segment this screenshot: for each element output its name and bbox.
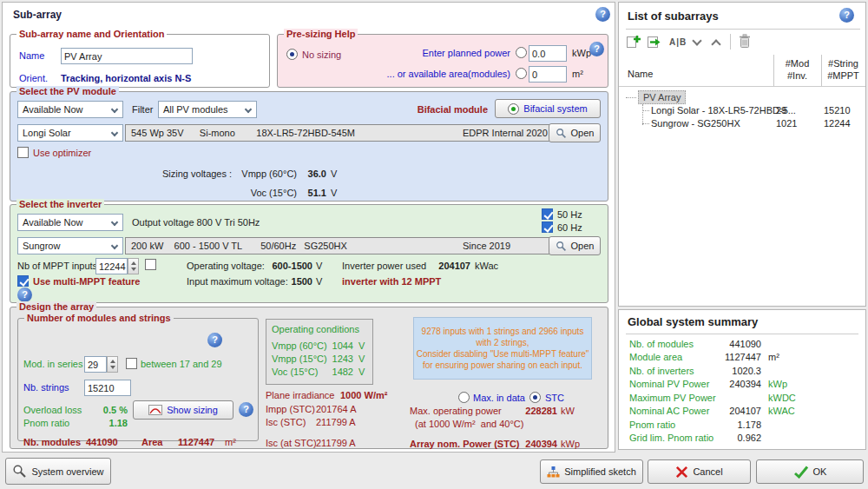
chevron-down-icon: [245, 106, 252, 113]
multi-mppt-checkbox[interactable]: [17, 275, 29, 287]
system-overview-button[interactable]: System overview: [5, 458, 111, 485]
cancel-x-icon: [675, 466, 688, 479]
move-up-icon[interactable]: [711, 39, 720, 49]
pv-module-combo[interactable]: 545 Wp 35V Si-mono 18X-LR5-72HBD-545M ED…: [125, 124, 564, 142]
show-sizing-help-icon[interactable]: ?: [239, 402, 253, 417]
subarray-name-input[interactable]: PV Array: [61, 48, 193, 64]
pv-filter-select[interactable]: All PV modules: [158, 101, 257, 118]
max-operating-power-unit: kW: [561, 406, 575, 416]
subarrays-help-icon[interactable]: ?: [839, 8, 854, 23]
bifacial-system-button[interactable]: Bifacial system: [495, 99, 601, 118]
between-checkbox[interactable]: [126, 358, 137, 369]
ok-button[interactable]: OK: [756, 459, 864, 484]
magnifier-icon: [12, 464, 27, 479]
inverter-open-button[interactable]: Open: [549, 236, 601, 255]
add-subarray-icon[interactable]: [626, 34, 641, 50]
overload-loss-label: Overload loss: [23, 405, 82, 415]
vmpp-label: Vmpp (60°C): [241, 169, 297, 179]
inverter-help-icon[interactable]: ?: [17, 287, 32, 302]
modules-strings-help-icon[interactable]: ?: [207, 333, 222, 347]
warning-line: with 2 strings,: [414, 337, 591, 348]
area-unit: m²: [225, 437, 236, 447]
magnifier-icon: [556, 128, 567, 139]
mod-series-input[interactable]: 29: [84, 356, 107, 373]
op-row-label: Voc (15°C): [272, 367, 318, 377]
presizing-help-icon[interactable]: ?: [589, 42, 604, 56]
col-header-name[interactable]: Name: [628, 69, 653, 79]
use-optimizer-checkbox[interactable]: [17, 147, 29, 158]
nb-modules-value: 441090: [86, 437, 118, 447]
inverter-availability-select[interactable]: Available Now: [17, 214, 123, 231]
move-down-icon[interactable]: [692, 36, 701, 45]
no-sizing-radio[interactable]: [286, 49, 298, 60]
hz60-checkbox[interactable]: [542, 221, 553, 233]
cancel-button[interactable]: Cancel: [648, 459, 751, 484]
inverter-group: Select the inverter Available Now Output…: [10, 204, 608, 303]
inverter-combo[interactable]: 200 kW 600 - 1500 V TL 50/60Hz SG250HX S…: [125, 237, 564, 254]
mppt-checkbox[interactable]: [145, 259, 156, 270]
dialog-title: Sub-array: [13, 9, 62, 21]
summary-label: Nominal PV Power: [629, 379, 709, 389]
planned-power-input[interactable]: 0.0: [529, 45, 567, 62]
presizing-legend: Pre-sizing Help: [284, 29, 358, 39]
impp-stc-label: Impp (STC): [266, 404, 315, 414]
inverter-manufacturer-select[interactable]: Sungrow: [17, 237, 123, 254]
subarray-row-string: 15210: [824, 105, 851, 116]
subarray-row-name[interactable]: Longi Solar - 18X-LR5-72HBD-5...: [651, 105, 796, 116]
max-operating-power-label: Max. operating power: [410, 406, 502, 416]
help-icon[interactable]: ?: [595, 7, 610, 22]
sizing-curve-icon: [148, 405, 162, 415]
max-operating-power-note: (at 1000 W/m² and 40°C): [415, 419, 523, 429]
pv-manufacturer-select[interactable]: Longi Solar: [17, 124, 123, 142]
stc-radio[interactable]: [529, 392, 541, 403]
max-in-data-radio[interactable]: [458, 392, 470, 403]
isc-at-stc-value: 211799 A: [316, 438, 356, 448]
planned-power-label: Enter planned power: [399, 48, 510, 58]
tree-root-item[interactable]: PV Array: [638, 90, 686, 104]
nb-strings-input[interactable]: 15210: [84, 380, 131, 396]
hz50-label: 50 Hz: [557, 209, 582, 220]
mppt-spinner[interactable]: [128, 258, 139, 274]
op-row-value: 1243: [322, 354, 353, 364]
op-row-unit: V: [358, 340, 365, 351]
max-operating-power-value: 228281: [503, 406, 557, 416]
modules-strings-group: Number of modules and strings ? Mod. in …: [17, 318, 259, 441]
summary-unit: kWAC: [768, 406, 795, 416]
hz60-label: 60 Hz: [557, 222, 582, 233]
sizing-voltages-label: Sizing voltages :: [162, 169, 232, 179]
col-header-string[interactable]: #String: [821, 58, 865, 69]
summary-label: Grid lim. Pnom ratio: [629, 433, 713, 443]
planned-power-radio[interactable]: [516, 47, 527, 58]
nb-strings-label: Nb. strings: [23, 382, 69, 393]
summary-value: 441090: [706, 339, 761, 349]
design-array-group: Design the array Number of modules and s…: [10, 307, 608, 449]
mod-series-spinner[interactable]: [107, 356, 118, 373]
rename-icon[interactable]: A|B: [669, 37, 687, 47]
op-row-label: Vmpp (15°C): [272, 354, 327, 364]
duplicate-subarray-icon[interactable]: [647, 34, 662, 50]
available-area-input[interactable]: 0: [529, 66, 567, 83]
simplified-sketch-button[interactable]: Simplified sketch: [540, 459, 643, 484]
summary-value: 1020.3: [706, 366, 761, 376]
delete-subarray-icon[interactable]: [739, 34, 751, 49]
available-area-radio[interactable]: [516, 68, 527, 79]
pv-open-button[interactable]: Open: [549, 123, 601, 142]
overload-loss-value: 0.5 %: [88, 405, 128, 415]
hz50-checkbox[interactable]: [542, 208, 553, 220]
op-row-value: 1482: [322, 367, 353, 377]
summary-label: Maximum PV Power: [629, 393, 716, 403]
name-label: Name: [19, 50, 44, 61]
subarrays-list-title: List of subarrays: [628, 10, 719, 23]
summary-value: 1127447: [706, 352, 761, 362]
show-sizing-button[interactable]: Show sizing: [133, 400, 233, 420]
col-header-inv[interactable]: #Inv.: [773, 70, 821, 81]
pv-availability-select[interactable]: Available Now: [17, 101, 123, 118]
col-header-mppt[interactable]: #MPPT: [821, 70, 865, 81]
op-row-unit: V: [358, 367, 365, 377]
operating-voltage-value: 600-1500: [260, 261, 312, 271]
col-header-mod[interactable]: #Mod: [773, 58, 821, 69]
subarray-row-name[interactable]: Sungrow - SG250HX: [651, 118, 740, 129]
mppt-inputs-input[interactable]: 12244: [95, 258, 128, 274]
available-area-unit: m²: [572, 69, 583, 79]
isc-stc-label: Isc (STC): [266, 417, 306, 427]
